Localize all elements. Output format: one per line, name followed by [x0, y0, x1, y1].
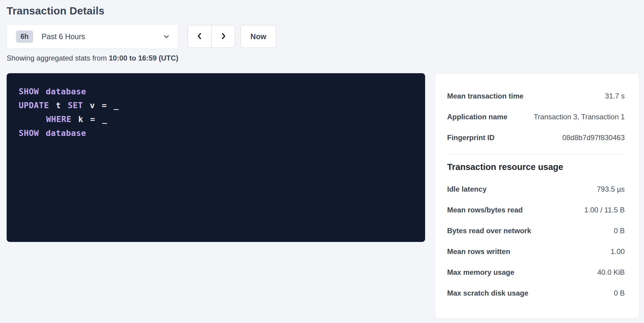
resource-rows: Idle latency793.5 µsMean rows/bytes read… — [447, 179, 625, 303]
time-range-label: Past 6 Hours — [42, 32, 85, 41]
stats-caption: Showing aggregated stats from 10:00 to 1… — [7, 54, 644, 62]
detail-value: Transaction 3, Transaction 1 — [534, 113, 625, 121]
sql-token: k — [78, 114, 84, 124]
detail-label: Mean rows written — [447, 247, 510, 256]
detail-value: 0 B — [614, 227, 625, 235]
sql-token: _ — [102, 114, 107, 124]
sql-token: SHOW — [19, 128, 39, 138]
detail-label: Bytes read over network — [447, 227, 531, 235]
summary-rows: Mean transaction time31.7 sApplication n… — [447, 86, 625, 148]
sql-token: = — [102, 101, 107, 110]
time-controls: 6h Past 6 Hours — [7, 24, 644, 49]
transaction-details-card: Mean transaction time31.7 sApplication n… — [435, 73, 639, 318]
now-button[interactable]: Now — [241, 25, 276, 48]
sql-line: WHERE k = _ — [19, 112, 413, 126]
detail-row: Application nameTransaction 3, Transacti… — [447, 106, 625, 127]
chevron-left-icon — [195, 32, 204, 41]
next-interval-button[interactable] — [211, 25, 235, 48]
transaction-details-page: Transaction Details 6h Past 6 Hours — [0, 0, 644, 323]
sql-token: _ — [114, 101, 119, 110]
detail-row: Bytes read over network0 B — [447, 220, 625, 241]
prev-interval-button[interactable] — [188, 25, 211, 48]
detail-label: Mean transaction time — [447, 92, 523, 100]
sql-token: database — [46, 87, 86, 96]
sql-line: SHOW database — [19, 85, 413, 99]
detail-value: 08d8b7d97f830463 — [562, 133, 625, 142]
interval-arrow-group — [188, 25, 235, 48]
detail-label: Mean rows/bytes read — [447, 206, 523, 214]
detail-value: 793.5 µs — [597, 185, 625, 193]
detail-value: 0 B — [614, 289, 625, 297]
detail-row: Mean transaction time31.7 s — [447, 86, 625, 106]
detail-row: Fingerprint ID08d8b7d97f830463 — [447, 127, 625, 148]
detail-row: Max memory usage40.0 KiB — [447, 262, 625, 283]
sql-line: UPDATE t SET v = _ — [19, 99, 413, 112]
detail-label: Max memory usage — [447, 268, 514, 277]
time-range-badge: 6h — [16, 30, 33, 43]
chevron-right-icon — [219, 32, 228, 41]
detail-value: 31.7 s — [605, 92, 625, 100]
sql-token: UPDATE — [19, 101, 49, 110]
sql-token: WHERE — [46, 114, 71, 124]
detail-label: Fingerprint ID — [447, 133, 494, 142]
sql-line: SHOW database — [19, 126, 413, 140]
detail-row: Mean rows written1.00 — [447, 241, 625, 262]
section-divider — [447, 154, 625, 154]
detail-label: Idle latency — [447, 185, 487, 193]
sql-token: t — [56, 101, 61, 110]
page-title: Transaction Details — [7, 5, 644, 17]
detail-value: 40.0 KiB — [597, 268, 625, 277]
detail-row: Mean rows/bytes read1.00 / 11.5 B — [447, 199, 625, 220]
sql-token: v — [90, 101, 95, 110]
sql-token: = — [90, 114, 95, 124]
detail-label: Application name — [447, 113, 507, 121]
detail-value: 1.00 / 11.5 B — [584, 206, 625, 214]
stats-caption-prefix: Showing aggregated stats from — [7, 54, 107, 62]
resource-usage-section-title: Transaction resource usage — [447, 162, 625, 172]
chevron-down-icon — [163, 33, 170, 40]
sql-token: database — [46, 128, 86, 138]
detail-row: Idle latency793.5 µs — [447, 179, 625, 199]
sql-statement-block: SHOW databaseUPDATE t SET v = _ WHERE k … — [7, 73, 425, 242]
sql-token: SET — [68, 101, 83, 110]
main-content: SHOW databaseUPDATE t SET v = _ WHERE k … — [7, 73, 644, 318]
detail-label: Max scratch disk usage — [447, 289, 528, 297]
sql-token: SHOW — [19, 87, 39, 96]
stats-caption-range: 10:00 to 16:59 (UTC) — [109, 54, 178, 62]
detail-value: 1.00 — [611, 247, 625, 256]
detail-row: Max scratch disk usage0 B — [447, 283, 625, 303]
time-range-dropdown[interactable]: 6h Past 6 Hours — [7, 24, 178, 49]
